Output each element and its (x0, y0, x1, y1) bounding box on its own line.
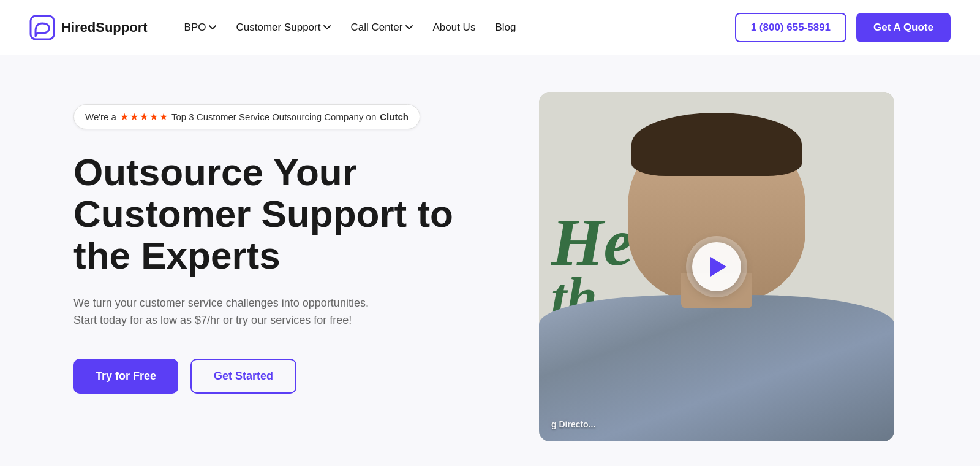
nav-link-customer-support[interactable]: Customer Support (228, 17, 338, 39)
logo[interactable]: HiredSupport (29, 15, 148, 40)
phone-button[interactable]: 1 (800) 655-5891 (735, 13, 846, 42)
logo-text: HiredSupport (61, 20, 148, 36)
badge-suffix-plain: Top 3 Customer Service Outsourcing Compa… (172, 112, 376, 122)
star-rating: ★ ★ ★ ★ ★ (120, 111, 168, 123)
get-started-button[interactable]: Get Started (190, 359, 296, 394)
hero-buttons: Try for Free Get Started (74, 359, 490, 394)
nav-link-call-center[interactable]: Call Center (343, 17, 420, 39)
nav-item-about-us[interactable]: About Us (425, 17, 483, 39)
star-3: ★ (140, 111, 148, 123)
hero-video: Heal th g Directo... (539, 92, 894, 441)
nav-item-bpo[interactable]: BPO (177, 17, 224, 39)
star-5: ★ (159, 111, 168, 123)
video-caption: g Directo... (551, 419, 595, 429)
get-quote-button[interactable]: Get A Quote (856, 13, 951, 42)
clutch-badge: We're a ★ ★ ★ ★ ★ Top 3 Customer Service… (74, 104, 420, 129)
badge-prefix: We're a (85, 112, 116, 122)
star-1: ★ (120, 111, 129, 123)
nav-link-bpo[interactable]: BPO (177, 17, 224, 39)
nav-item-customer-support[interactable]: Customer Support (228, 17, 338, 39)
hero-subtitle: We turn your customer service challenges… (74, 294, 392, 330)
nav-link-blog[interactable]: Blog (488, 17, 523, 39)
navbar: HiredSupport BPO Customer Support (0, 0, 980, 55)
badge-suffix-bold: Clutch (380, 112, 409, 122)
play-icon (710, 257, 726, 277)
hero-title: Outsource Your Customer Support to the E… (74, 151, 490, 277)
nav-item-call-center[interactable]: Call Center (343, 17, 420, 39)
nav-item-blog[interactable]: Blog (488, 17, 523, 39)
hero-section: We're a ★ ★ ★ ★ ★ Top 3 Customer Service… (0, 55, 980, 466)
chevron-down-icon (209, 24, 216, 31)
star-2: ★ (130, 111, 138, 123)
person-hair (631, 113, 802, 176)
play-button[interactable] (692, 242, 741, 291)
nav-menu: BPO Customer Support (177, 17, 524, 39)
svg-rect-0 (31, 16, 54, 39)
nav-link-about-us[interactable]: About Us (425, 17, 483, 39)
nav-right: 1 (800) 655-5891 Get A Quote (735, 13, 951, 42)
try-for-free-button[interactable]: Try for Free (74, 359, 178, 394)
chevron-down-icon-2 (323, 24, 331, 31)
logo-icon (29, 15, 55, 40)
star-4: ★ (149, 111, 158, 123)
chevron-down-icon-3 (405, 24, 413, 31)
hero-content: We're a ★ ★ ★ ★ ★ Top 3 Customer Service… (74, 92, 490, 394)
